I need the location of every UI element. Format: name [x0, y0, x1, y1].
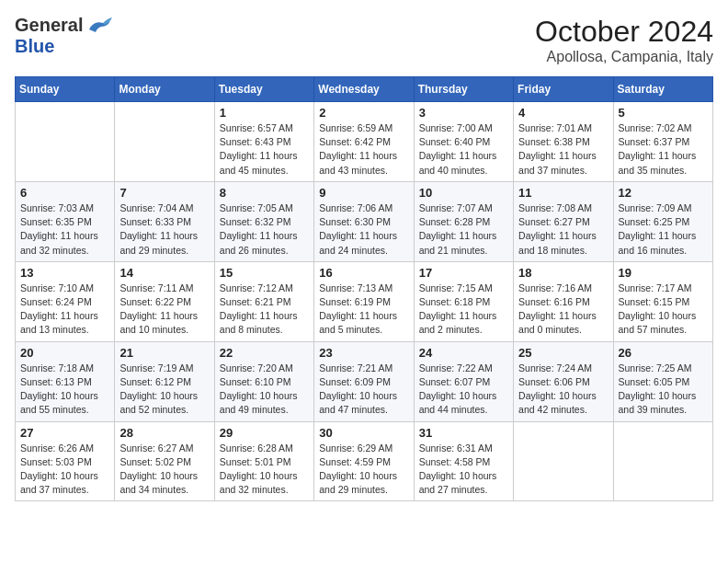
day-detail: Sunrise: 7:21 AM Sunset: 6:09 PM Dayligh… [319, 362, 408, 418]
calendar-cell [16, 102, 115, 182]
day-number: 13 [20, 266, 109, 280]
day-detail: Sunrise: 7:16 AM Sunset: 6:16 PM Dayligh… [518, 282, 608, 338]
page-header: General Blue October 2024 Apollosa, Camp… [15, 15, 713, 65]
day-number: 3 [419, 106, 508, 120]
calendar-cell: 12Sunrise: 7:09 AM Sunset: 6:25 PM Dayli… [613, 181, 712, 261]
day-number: 5 [619, 106, 708, 120]
calendar-cell: 20Sunrise: 7:18 AM Sunset: 6:13 PM Dayli… [16, 341, 115, 421]
day-detail: Sunrise: 7:06 AM Sunset: 6:30 PM Dayligh… [319, 201, 408, 258]
day-number: 26 [619, 346, 708, 360]
day-detail: Sunrise: 7:07 AM Sunset: 6:28 PM Dayligh… [419, 201, 508, 258]
header-cell-wednesday: Wednesday [314, 77, 414, 102]
location: Apollosa, Campania, Italy [535, 49, 713, 65]
day-number: 4 [518, 106, 608, 120]
calendar-cell: 3Sunrise: 7:00 AM Sunset: 6:40 PM Daylig… [414, 102, 513, 182]
calendar-cell: 15Sunrise: 7:12 AM Sunset: 6:21 PM Dayli… [214, 261, 313, 341]
calendar-cell: 30Sunrise: 6:29 AM Sunset: 4:59 PM Dayli… [314, 421, 414, 501]
logo-bird-icon [85, 16, 112, 36]
day-number: 30 [319, 426, 408, 440]
day-number: 16 [319, 266, 408, 280]
day-detail: Sunrise: 7:25 AM Sunset: 6:05 PM Dayligh… [619, 362, 708, 418]
day-number: 24 [419, 346, 508, 360]
calendar-cell: 14Sunrise: 7:11 AM Sunset: 6:22 PM Dayli… [115, 261, 214, 341]
header-cell-thursday: Thursday [414, 77, 513, 102]
day-number: 18 [518, 266, 608, 280]
calendar-week-2: 6Sunrise: 7:03 AM Sunset: 6:35 PM Daylig… [16, 181, 713, 261]
day-detail: Sunrise: 6:59 AM Sunset: 6:42 PM Dayligh… [319, 121, 408, 178]
calendar-cell: 25Sunrise: 7:24 AM Sunset: 6:06 PM Dayli… [514, 341, 613, 421]
day-number: 28 [119, 426, 209, 440]
calendar-header: SundayMondayTuesdayWednesdayThursdayFrid… [16, 77, 713, 102]
day-number: 14 [119, 266, 209, 280]
day-detail: Sunrise: 7:19 AM Sunset: 6:12 PM Dayligh… [119, 362, 209, 418]
calendar-cell: 22Sunrise: 7:20 AM Sunset: 6:10 PM Dayli… [214, 341, 313, 421]
day-number: 9 [319, 186, 408, 200]
day-detail: Sunrise: 7:24 AM Sunset: 6:06 PM Dayligh… [518, 362, 608, 418]
day-detail: Sunrise: 7:20 AM Sunset: 6:10 PM Dayligh… [220, 362, 309, 418]
day-detail: Sunrise: 7:17 AM Sunset: 6:15 PM Dayligh… [619, 282, 708, 338]
header-cell-friday: Friday [514, 77, 613, 102]
day-number: 8 [220, 186, 309, 200]
day-detail: Sunrise: 7:10 AM Sunset: 6:24 PM Dayligh… [20, 282, 109, 338]
day-detail: Sunrise: 7:15 AM Sunset: 6:18 PM Dayligh… [419, 282, 508, 338]
day-number: 27 [20, 426, 109, 440]
day-number: 25 [518, 346, 608, 360]
day-number: 15 [220, 266, 309, 280]
calendar-cell: 31Sunrise: 6:31 AM Sunset: 4:58 PM Dayli… [414, 421, 513, 501]
calendar-cell: 18Sunrise: 7:16 AM Sunset: 6:16 PM Dayli… [514, 261, 613, 341]
day-number: 7 [119, 186, 209, 200]
calendar-cell: 11Sunrise: 7:08 AM Sunset: 6:27 PM Dayli… [514, 181, 613, 261]
calendar-cell: 13Sunrise: 7:10 AM Sunset: 6:24 PM Dayli… [16, 261, 115, 341]
calendar-cell: 2Sunrise: 6:59 AM Sunset: 6:42 PM Daylig… [314, 102, 414, 182]
day-number: 23 [319, 346, 408, 360]
day-detail: Sunrise: 6:28 AM Sunset: 5:01 PM Dayligh… [220, 442, 309, 498]
day-detail: Sunrise: 7:00 AM Sunset: 6:40 PM Dayligh… [419, 121, 508, 178]
day-number: 1 [220, 106, 309, 120]
day-number: 19 [619, 266, 708, 280]
day-detail: Sunrise: 7:18 AM Sunset: 6:13 PM Dayligh… [20, 362, 109, 418]
logo-general-text: General [15, 15, 83, 36]
calendar-cell [613, 421, 712, 501]
day-number: 21 [119, 346, 209, 360]
calendar-cell: 27Sunrise: 6:26 AM Sunset: 5:03 PM Dayli… [16, 421, 115, 501]
day-detail: Sunrise: 7:04 AM Sunset: 6:33 PM Dayligh… [119, 201, 209, 258]
calendar-cell: 4Sunrise: 7:01 AM Sunset: 6:38 PM Daylig… [514, 102, 613, 182]
calendar-table: SundayMondayTuesdayWednesdayThursdayFrid… [15, 76, 713, 501]
calendar-cell: 6Sunrise: 7:03 AM Sunset: 6:35 PM Daylig… [16, 181, 115, 261]
calendar-week-5: 27Sunrise: 6:26 AM Sunset: 5:03 PM Dayli… [16, 421, 713, 501]
day-number: 20 [20, 346, 109, 360]
title-area: October 2024 Apollosa, Campania, Italy [535, 15, 713, 65]
header-cell-monday: Monday [115, 77, 214, 102]
day-number: 17 [419, 266, 508, 280]
calendar-cell: 21Sunrise: 7:19 AM Sunset: 6:12 PM Dayli… [115, 341, 214, 421]
calendar-cell: 19Sunrise: 7:17 AM Sunset: 6:15 PM Dayli… [613, 261, 712, 341]
day-number: 22 [220, 346, 309, 360]
logo: General Blue [15, 15, 112, 57]
calendar-cell: 1Sunrise: 6:57 AM Sunset: 6:43 PM Daylig… [214, 102, 313, 182]
day-detail: Sunrise: 7:11 AM Sunset: 6:22 PM Dayligh… [119, 282, 209, 338]
calendar-cell: 16Sunrise: 7:13 AM Sunset: 6:19 PM Dayli… [314, 261, 414, 341]
header-cell-tuesday: Tuesday [214, 77, 313, 102]
calendar-week-1: 1Sunrise: 6:57 AM Sunset: 6:43 PM Daylig… [16, 102, 713, 182]
calendar-cell: 5Sunrise: 7:02 AM Sunset: 6:37 PM Daylig… [613, 102, 712, 182]
day-detail: Sunrise: 7:05 AM Sunset: 6:32 PM Dayligh… [220, 201, 309, 258]
day-detail: Sunrise: 7:03 AM Sunset: 6:35 PM Dayligh… [20, 201, 109, 258]
calendar-cell: 23Sunrise: 7:21 AM Sunset: 6:09 PM Dayli… [314, 341, 414, 421]
day-detail: Sunrise: 6:31 AM Sunset: 4:58 PM Dayligh… [419, 442, 508, 498]
day-detail: Sunrise: 6:27 AM Sunset: 5:02 PM Dayligh… [119, 442, 209, 498]
calendar-cell: 17Sunrise: 7:15 AM Sunset: 6:18 PM Dayli… [414, 261, 513, 341]
calendar-cell: 10Sunrise: 7:07 AM Sunset: 6:28 PM Dayli… [414, 181, 513, 261]
day-detail: Sunrise: 7:08 AM Sunset: 6:27 PM Dayligh… [518, 201, 608, 258]
calendar-body: 1Sunrise: 6:57 AM Sunset: 6:43 PM Daylig… [16, 102, 713, 501]
calendar-cell: 7Sunrise: 7:04 AM Sunset: 6:33 PM Daylig… [115, 181, 214, 261]
calendar-week-4: 20Sunrise: 7:18 AM Sunset: 6:13 PM Dayli… [16, 341, 713, 421]
logo-blue-text: Blue [15, 36, 54, 56]
day-number: 12 [619, 186, 708, 200]
calendar-cell: 26Sunrise: 7:25 AM Sunset: 6:05 PM Dayli… [613, 341, 712, 421]
calendar-cell [514, 421, 613, 501]
day-detail: Sunrise: 7:13 AM Sunset: 6:19 PM Dayligh… [319, 282, 408, 338]
calendar-cell: 8Sunrise: 7:05 AM Sunset: 6:32 PM Daylig… [214, 181, 313, 261]
header-cell-saturday: Saturday [613, 77, 712, 102]
calendar-cell: 24Sunrise: 7:22 AM Sunset: 6:07 PM Dayli… [414, 341, 513, 421]
calendar-cell: 29Sunrise: 6:28 AM Sunset: 5:01 PM Dayli… [214, 421, 313, 501]
